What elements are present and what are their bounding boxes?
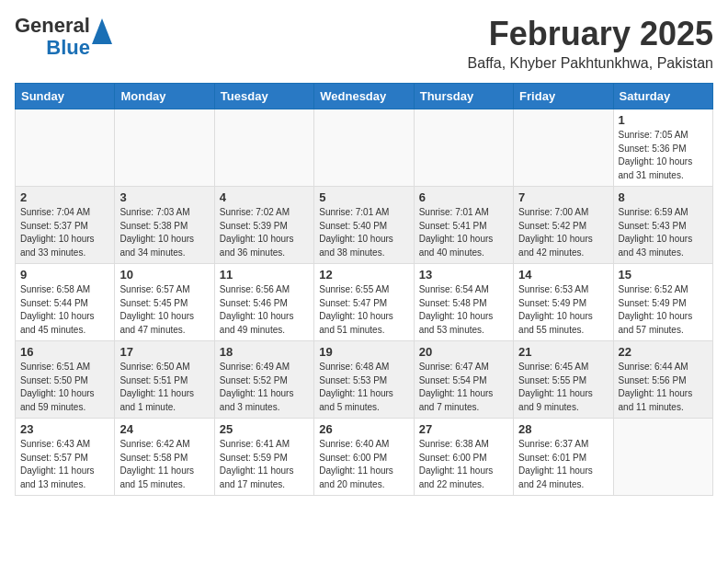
calendar-cell: 25Sunrise: 6:41 AM Sunset: 5:59 PM Dayli… [214,419,313,496]
weekday-header-sunday: Sunday [16,84,115,109]
calendar-cell: 23Sunrise: 6:43 AM Sunset: 5:57 PM Dayli… [16,419,115,496]
day-info: Sunrise: 6:48 AM Sunset: 5:53 PM Dayligh… [319,361,408,414]
day-info: Sunrise: 6:40 AM Sunset: 6:00 PM Dayligh… [319,438,408,491]
day-info: Sunrise: 6:57 AM Sunset: 5:45 PM Dayligh… [119,283,209,337]
calendar-cell: 6Sunrise: 7:01 AM Sunset: 5:41 PM Daylig… [414,187,513,264]
weekday-header-saturday: Saturday [613,84,712,109]
day-number: 17 [119,345,209,359]
day-info: Sunrise: 6:50 AM Sunset: 5:51 PM Dayligh… [119,361,209,414]
day-number: 16 [20,345,109,359]
calendar-cell: 28Sunrise: 6:37 AM Sunset: 6:01 PM Dayli… [514,419,613,496]
day-info: Sunrise: 6:56 AM Sunset: 5:46 PM Dayligh… [220,283,309,337]
calendar-cell [314,109,414,187]
title-area: February 2025 Baffa, Khyber Pakhtunkhwa,… [468,15,713,72]
day-info: Sunrise: 6:51 AM Sunset: 5:50 PM Dayligh… [20,361,109,414]
day-info: Sunrise: 6:54 AM Sunset: 5:48 PM Dayligh… [419,283,508,337]
calendar-cell: 22Sunrise: 6:44 AM Sunset: 5:56 PM Dayli… [613,341,712,419]
weekday-header-friday: Friday [514,84,613,109]
calendar-cell: 26Sunrise: 6:40 AM Sunset: 6:00 PM Dayli… [314,419,414,496]
calendar-cell: 14Sunrise: 6:53 AM Sunset: 5:49 PM Dayli… [514,264,613,341]
calendar-cell: 1Sunrise: 7:05 AM Sunset: 5:36 PM Daylig… [613,109,712,187]
day-info: Sunrise: 6:45 AM Sunset: 5:55 PM Dayligh… [518,361,608,414]
logo-triangle-icon [92,18,112,44]
day-info: Sunrise: 7:02 AM Sunset: 5:39 PM Dayligh… [220,206,309,259]
day-number: 25 [220,422,309,436]
day-number: 13 [419,268,508,282]
calendar-cell: 10Sunrise: 6:57 AM Sunset: 5:45 PM Dayli… [115,264,214,341]
calendar-cell: 3Sunrise: 7:03 AM Sunset: 5:38 PM Daylig… [115,187,214,264]
weekday-header-wednesday: Wednesday [314,84,414,109]
day-number: 9 [20,268,109,282]
day-info: Sunrise: 6:49 AM Sunset: 5:52 PM Dayligh… [220,361,309,414]
calendar-week-row: 2Sunrise: 7:04 AM Sunset: 5:37 PM Daylig… [16,187,713,264]
day-number: 5 [319,190,408,204]
day-info: Sunrise: 6:59 AM Sunset: 5:43 PM Dayligh… [619,206,708,259]
calendar-cell [613,419,712,496]
calendar-cell: 5Sunrise: 7:01 AM Sunset: 5:40 PM Daylig… [314,187,414,264]
calendar-week-row: 1Sunrise: 7:05 AM Sunset: 5:36 PM Daylig… [16,109,713,187]
calendar-cell: 15Sunrise: 6:52 AM Sunset: 5:49 PM Dayli… [613,264,712,341]
day-number: 18 [220,345,309,359]
calendar-cell [414,109,513,187]
month-title: February 2025 [468,15,713,53]
day-number: 14 [518,268,608,282]
calendar-cell [214,109,313,187]
day-info: Sunrise: 7:00 AM Sunset: 5:42 PM Dayligh… [518,206,608,259]
day-info: Sunrise: 6:44 AM Sunset: 5:56 PM Dayligh… [619,361,708,414]
day-number: 7 [518,190,608,204]
weekday-header-monday: Monday [115,84,214,109]
calendar-cell: 21Sunrise: 6:45 AM Sunset: 5:55 PM Dayli… [514,341,613,419]
calendar-cell: 8Sunrise: 6:59 AM Sunset: 5:43 PM Daylig… [613,187,712,264]
calendar-cell: 19Sunrise: 6:48 AM Sunset: 5:53 PM Dayli… [314,341,414,419]
logo-blue: Blue [46,36,90,59]
calendar-cell: 12Sunrise: 6:55 AM Sunset: 5:47 PM Dayli… [314,264,414,341]
day-info: Sunrise: 7:05 AM Sunset: 5:36 PM Dayligh… [619,129,708,182]
calendar-cell: 13Sunrise: 6:54 AM Sunset: 5:48 PM Dayli… [414,264,513,341]
day-info: Sunrise: 6:58 AM Sunset: 5:44 PM Dayligh… [20,283,109,337]
day-number: 12 [319,268,408,282]
calendar-cell [16,109,115,187]
calendar-table: SundayMondayTuesdayWednesdayThursdayFrid… [15,83,713,496]
day-number: 4 [220,190,309,204]
calendar-cell: 11Sunrise: 6:56 AM Sunset: 5:46 PM Dayli… [214,264,313,341]
calendar-cell [115,109,214,187]
weekday-header-row: SundayMondayTuesdayWednesdayThursdayFrid… [16,84,713,109]
day-number: 15 [619,268,708,282]
calendar-cell: 16Sunrise: 6:51 AM Sunset: 5:50 PM Dayli… [16,341,115,419]
day-info: Sunrise: 6:38 AM Sunset: 6:00 PM Dayligh… [419,438,508,491]
day-number: 6 [419,190,508,204]
day-info: Sunrise: 6:47 AM Sunset: 5:54 PM Dayligh… [419,361,508,414]
day-number: 23 [20,422,109,436]
calendar-cell [514,109,613,187]
day-number: 24 [119,422,209,436]
day-number: 19 [319,345,408,359]
day-info: Sunrise: 6:42 AM Sunset: 5:58 PM Dayligh… [119,438,209,491]
day-info: Sunrise: 6:55 AM Sunset: 5:47 PM Dayligh… [319,283,408,337]
weekday-header-thursday: Thursday [414,84,513,109]
svg-marker-0 [92,18,112,44]
day-number: 10 [119,268,209,282]
calendar-cell: 20Sunrise: 6:47 AM Sunset: 5:54 PM Dayli… [414,341,513,419]
day-number: 3 [119,190,209,204]
day-number: 2 [20,190,109,204]
day-info: Sunrise: 6:37 AM Sunset: 6:01 PM Dayligh… [518,438,608,491]
calendar-week-row: 16Sunrise: 6:51 AM Sunset: 5:50 PM Dayli… [16,341,713,419]
calendar-week-row: 9Sunrise: 6:58 AM Sunset: 5:44 PM Daylig… [16,264,713,341]
header: General Blue February 2025 Baffa, Khyber… [15,15,713,72]
calendar-cell: 2Sunrise: 7:04 AM Sunset: 5:37 PM Daylig… [16,187,115,264]
day-number: 27 [419,422,508,436]
day-number: 11 [220,268,309,282]
day-info: Sunrise: 6:41 AM Sunset: 5:59 PM Dayligh… [220,438,309,491]
calendar-cell: 17Sunrise: 6:50 AM Sunset: 5:51 PM Dayli… [115,341,214,419]
logo: General Blue [15,15,112,59]
calendar-cell: 9Sunrise: 6:58 AM Sunset: 5:44 PM Daylig… [16,264,115,341]
location-title: Baffa, Khyber Pakhtunkhwa, Pakistan [468,55,713,72]
day-info: Sunrise: 7:01 AM Sunset: 5:41 PM Dayligh… [419,206,508,259]
calendar-cell: 24Sunrise: 6:42 AM Sunset: 5:58 PM Dayli… [115,419,214,496]
day-number: 21 [518,345,608,359]
day-number: 26 [319,422,408,436]
day-info: Sunrise: 6:52 AM Sunset: 5:49 PM Dayligh… [619,283,708,337]
day-info: Sunrise: 7:03 AM Sunset: 5:38 PM Dayligh… [119,206,209,259]
calendar-week-row: 23Sunrise: 6:43 AM Sunset: 5:57 PM Dayli… [16,419,713,496]
logo-general: General [15,14,90,37]
